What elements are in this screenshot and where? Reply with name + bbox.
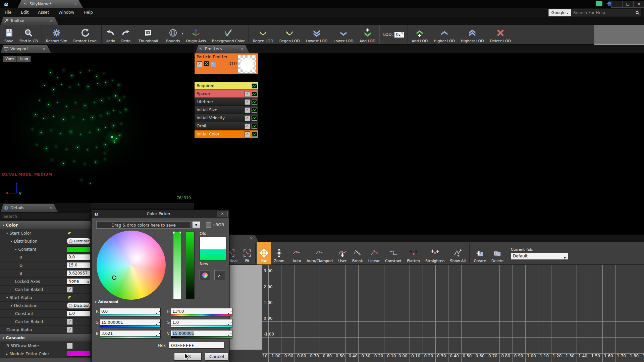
module-enabled-checkbox[interactable]: ✓ <box>245 123 250 129</box>
checkbox[interactable]: ✓ <box>67 287 73 293</box>
v-value-input[interactable]: 15.000001 <box>171 330 232 337</box>
curve-toolbar-straighten[interactable]: Straighten <box>423 242 447 264</box>
chevron-down-icon[interactable]: ▾ <box>6 296 8 299</box>
reset-to-default-icon[interactable] <box>67 230 90 236</box>
details-row-r[interactable]: R0.0 <box>0 253 91 261</box>
checkbox[interactable] <box>67 343 73 349</box>
toolbar-button-thumbnail[interactable]: Thumbnail <box>136 25 161 44</box>
chevron-down-icon[interactable]: ▾ <box>11 304 12 307</box>
module-enabled-checkbox[interactable]: ✓ <box>245 91 250 97</box>
module-row-initial-velocity[interactable]: Initial Velocity✓ <box>195 114 258 122</box>
module-curve-icon[interactable] <box>252 92 257 97</box>
toolbar-button-bounds[interactable]: ▾Bounds <box>163 25 183 44</box>
lod-input[interactable]: 0 <box>394 32 404 38</box>
emitter-burst-icon[interactable] <box>204 61 209 67</box>
module-curve-icon[interactable] <box>252 124 257 129</box>
value-input[interactable]: 15.0 <box>67 262 90 268</box>
h-gradient-slider[interactable] <box>171 314 232 316</box>
details-row-distribution[interactable]: ▾DistributionDistribut <box>0 302 91 310</box>
help-search-input[interactable]: Search For Help <box>571 9 641 16</box>
document-tab-close-icon[interactable]: × <box>74 2 77 6</box>
time-menu-button[interactable]: Time <box>16 56 31 62</box>
s-gradient-slider[interactable] <box>171 325 232 327</box>
details-tab[interactable]: i Details × <box>1 204 58 212</box>
toolbar-button-add-lod[interactable]: Add LOD <box>409 25 431 44</box>
value-input[interactable]: 3.620957 <box>67 270 90 277</box>
toolbar-button-background-color[interactable]: Background Color <box>209 25 248 44</box>
restore-button[interactable]: □ <box>622 1 633 8</box>
toolbar-button-delete-lod[interactable]: Delete LOD <box>487 25 514 44</box>
module-enabled-checkbox[interactable]: ✓ <box>245 131 250 137</box>
toolbar-button-highest-lod[interactable]: Highest LOD <box>458 25 487 44</box>
spinner-icon[interactable] <box>399 32 402 37</box>
emitters-tab-close-icon[interactable]: × <box>240 47 244 51</box>
toolbar-button-find-in-cb[interactable]: Find in CB <box>16 25 41 44</box>
curve-editor-tab-close-icon[interactable]: × <box>250 236 253 241</box>
chevron-down-icon[interactable]: ▾ <box>15 248 17 251</box>
module-curve-icon[interactable] <box>252 108 257 113</box>
curve-track-sidebar[interactable] <box>229 265 262 350</box>
details-row-start-color[interactable]: ▾Start Color <box>0 229 91 237</box>
chat-icon[interactable] <box>596 1 602 6</box>
current-tab-select[interactable]: Default▼ <box>511 253 568 259</box>
module-row-orbit[interactable]: Orbit✓ <box>195 122 258 130</box>
s-value-input[interactable]: 1.0 <box>171 319 232 325</box>
details-row-clamp-alpha[interactable]: Clamp Alpha✓ <box>0 326 91 334</box>
curve-toolbar-linear[interactable]: Linear <box>366 242 382 264</box>
module-row-spawn[interactable]: Spawn✓ <box>195 90 258 98</box>
toolbar-tab-close-icon[interactable]: × <box>50 18 53 23</box>
r-value-input[interactable]: 0.0 <box>100 308 161 314</box>
menu-help[interactable]: Help <box>79 8 97 17</box>
chevron-down-icon[interactable]: ▾ <box>6 232 8 235</box>
r-gradient-slider[interactable] <box>100 314 161 316</box>
module-enabled-checkbox[interactable]: ✓ <box>245 99 250 105</box>
curve-toolbar-show-all[interactable]: Show All <box>447 242 469 264</box>
details-row-module-editor-color[interactable]: ▸Module Editor Color <box>0 350 91 358</box>
module-curve-icon[interactable] <box>252 116 257 121</box>
h-value-input[interactable]: 134.0 <box>171 308 232 314</box>
value-input[interactable]: 1.0 <box>67 310 90 317</box>
distribution-combo[interactable]: Distribut <box>67 302 90 309</box>
value-input[interactable]: 0.0 <box>67 254 90 260</box>
g-gradient-slider[interactable] <box>100 325 161 327</box>
curve-toolbar-constant[interactable]: Constant <box>382 242 404 264</box>
details-row-can-be-baked[interactable]: Can be Baked✓ <box>0 286 91 294</box>
curve-toolbar-auto-clamped[interactable]: Auto/Clamped <box>304 242 335 264</box>
hex-input[interactable]: 00FFFFFF <box>169 342 224 349</box>
details-row-b[interactable]: B3.620957 <box>0 269 91 278</box>
emitter-header[interactable]: Particle Emitter ✓ S 310 <box>195 53 258 74</box>
checkbox[interactable]: ✓ <box>67 319 73 325</box>
module-enabled-checkbox[interactable]: ✓ <box>245 107 250 113</box>
minimize-button[interactable]: – <box>611 1 622 8</box>
menu-asset[interactable]: Asset <box>33 8 54 17</box>
cancel-button[interactable]: Cancel <box>205 353 228 361</box>
close-button[interactable]: × <box>633 1 644 8</box>
details-category-cascade[interactable]: ▾Cascade <box>0 334 91 342</box>
menu-edit[interactable]: Edit <box>16 8 33 17</box>
emitter-solo-button[interactable]: S <box>211 62 216 67</box>
details-row-start-alpha[interactable]: ▾Start Alpha <box>0 294 91 302</box>
g-value-input[interactable]: 15.000001 <box>100 319 161 325</box>
toolbar-tab[interactable]: Toolbar × <box>1 17 58 25</box>
color-swatch[interactable] <box>67 246 90 252</box>
details-row-locked-axes[interactable]: Locked AxesNone▼ <box>0 278 91 286</box>
toolbar-button-higher-lod[interactable]: Higher LOD <box>431 25 458 44</box>
details-row-constant[interactable]: Constant1.0 <box>0 310 91 318</box>
chevron-right-icon[interactable]: ▸ <box>6 352 8 356</box>
curve-toolbar-create[interactable]: Create <box>471 242 489 264</box>
curve-toolbar-auto[interactable]: Auto <box>290 242 304 264</box>
module-row-initial-color[interactable]: Initial Color✓ <box>195 130 258 138</box>
document-tab[interactable]: SillyName* × <box>17 0 83 8</box>
details-row-g[interactable]: G15.0 <box>0 261 91 269</box>
menu-window[interactable]: Window <box>54 8 79 17</box>
viewport-tab[interactable]: Viewport × <box>1 45 51 53</box>
b-value-input[interactable]: 3.621 <box>100 330 161 337</box>
details-tab-close-icon[interactable]: × <box>49 205 52 210</box>
emitters-tab[interactable]: Emitters × <box>196 45 249 53</box>
toolbar-button-save[interactable]: Save <box>1 25 16 44</box>
curve-toolbar-flatten[interactable]: Flatten <box>404 242 423 264</box>
emitters-canvas[interactable] <box>194 53 644 235</box>
toolbar-button-undo[interactable]: Undo <box>103 25 118 44</box>
details-row-b-3ddraw-mode[interactable]: B 3DDraw Mode <box>0 342 91 350</box>
module-curve-icon[interactable] <box>252 100 257 105</box>
